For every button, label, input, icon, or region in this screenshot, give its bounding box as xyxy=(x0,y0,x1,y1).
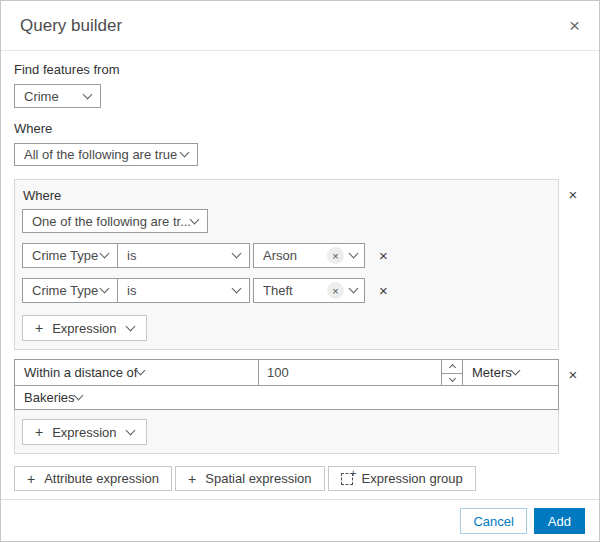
chevron-down-icon xyxy=(136,366,146,376)
expression-group-1-wrap: Where One of the following are tr... Cri… xyxy=(14,179,587,350)
dialog-footer: Cancel Add xyxy=(1,499,599,541)
add-expression-label: Expression xyxy=(52,425,116,440)
distance-input-box xyxy=(258,359,463,386)
chevron-down-icon xyxy=(349,284,359,294)
plus-icon: + xyxy=(35,424,43,440)
where-label: Where xyxy=(14,121,587,136)
value-select[interactable]: Arson × xyxy=(253,243,365,268)
distance-input[interactable] xyxy=(259,360,441,385)
group-operator-value: One of the following are tr... xyxy=(32,214,191,229)
group-operator-select[interactable]: One of the following are tr... xyxy=(22,209,208,233)
field-select[interactable]: Crime Type xyxy=(22,278,118,303)
operator-select[interactable]: is xyxy=(117,278,250,303)
add-spatial-expression-button[interactable]: + Spatial expression xyxy=(175,466,324,491)
stepper-up-button[interactable] xyxy=(442,360,462,373)
source-layer-value: Crime xyxy=(24,89,84,104)
add-attribute-expression-button[interactable]: + Attribute expression xyxy=(14,466,172,491)
expression-group-1: Where One of the following are tr... Cri… xyxy=(14,179,559,350)
distance-stepper xyxy=(441,360,462,385)
close-icon[interactable]: × xyxy=(569,16,580,35)
clear-value-icon[interactable]: × xyxy=(327,282,344,299)
spatial-type-value: Within a distance of xyxy=(24,365,137,380)
top-operator-value: All of the following are true xyxy=(24,147,181,162)
plus-icon: + xyxy=(350,467,356,479)
unit-value: Meters xyxy=(472,365,512,380)
plus-icon: + xyxy=(27,471,35,487)
add-buttons-row: + Attribute expression + Spatial express… xyxy=(14,466,587,491)
expression-group-2: Within a distance of Meters xyxy=(14,359,559,454)
source-layer-select[interactable]: Crime xyxy=(14,84,101,108)
add-expression-button[interactable]: + Expression xyxy=(22,315,147,341)
chevron-down-icon xyxy=(100,284,110,294)
spatial-type-select[interactable]: Within a distance of xyxy=(14,359,259,386)
cancel-button[interactable]: Cancel xyxy=(460,508,526,534)
add-expression-group-button[interactable]: + Expression group xyxy=(328,466,476,491)
find-features-from-label: Find features from xyxy=(14,62,587,77)
group-remove-column: × xyxy=(559,359,587,382)
operator-value: is xyxy=(127,248,233,263)
value-text: Theft xyxy=(263,283,327,298)
attribute-expression-label: Attribute expression xyxy=(44,471,159,486)
dialog-content: Find features from Crime Where All of th… xyxy=(1,51,599,499)
chevron-down-icon xyxy=(232,249,242,259)
chevron-down-icon xyxy=(83,89,93,99)
operator-select[interactable]: is xyxy=(117,243,250,268)
remove-group-icon[interactable]: × xyxy=(569,187,578,202)
chevron-down-icon xyxy=(100,249,110,259)
remove-row-icon[interactable]: × xyxy=(379,283,388,298)
expression-row: Crime Type is Arson × × xyxy=(22,243,550,268)
spatial-expression-row: Within a distance of Meters xyxy=(14,359,559,386)
layer-select[interactable]: Bakeries xyxy=(14,385,559,410)
value-text: Arson xyxy=(263,248,327,263)
field-value: Crime Type xyxy=(32,248,101,263)
dialog-header: Query builder × xyxy=(1,1,599,51)
remove-row-icon[interactable]: × xyxy=(379,248,388,263)
chevron-down-icon xyxy=(349,249,359,259)
chevron-down-icon xyxy=(125,321,135,331)
expression-group-label: Expression group xyxy=(362,471,463,486)
chevron-up-icon xyxy=(448,364,455,371)
expression-group-icon: + xyxy=(341,473,353,485)
expression-group-2-wrap: Within a distance of Meters xyxy=(14,359,587,454)
plus-icon: + xyxy=(35,320,43,336)
chevron-down-icon xyxy=(448,375,455,382)
chevron-down-icon xyxy=(180,148,190,158)
field-select[interactable]: Crime Type xyxy=(22,243,118,268)
expression-group-1-inner: Where One of the following are tr... Cri… xyxy=(15,180,558,349)
chevron-down-icon xyxy=(232,284,242,294)
query-builder-dialog: Query builder × Find features from Crime… xyxy=(0,0,600,542)
unit-select[interactable]: Meters xyxy=(462,359,559,386)
dialog-title: Query builder xyxy=(20,16,122,36)
expression-row: Crime Type is Theft × × xyxy=(22,278,550,303)
plus-icon: + xyxy=(188,471,196,487)
add-expression-label: Expression xyxy=(52,321,116,336)
chevron-down-icon xyxy=(125,425,135,435)
chevron-down-icon xyxy=(190,214,200,224)
group-remove-column: × xyxy=(559,179,587,202)
group-where-label: Where xyxy=(23,188,550,203)
layer-value: Bakeries xyxy=(24,390,75,405)
top-operator-select[interactable]: All of the following are true xyxy=(14,143,198,166)
remove-group-icon[interactable]: × xyxy=(569,367,578,382)
spatial-expression-label: Spatial expression xyxy=(205,471,311,486)
value-select[interactable]: Theft × xyxy=(253,278,365,303)
operator-value: is xyxy=(127,283,233,298)
clear-value-icon[interactable]: × xyxy=(327,247,344,264)
add-expression-button[interactable]: + Expression xyxy=(22,419,147,445)
add-button[interactable]: Add xyxy=(534,508,585,534)
field-value: Crime Type xyxy=(32,283,101,298)
stepper-down-button[interactable] xyxy=(442,373,462,386)
